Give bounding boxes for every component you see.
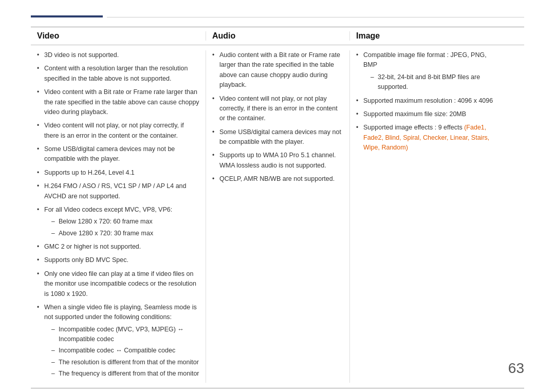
audio-column-content: Audio content with a Bit rate or Frame r…: [206, 50, 349, 383]
list-item: When a single video file is playing, Sea…: [37, 303, 199, 379]
list-item: Supported maximum resolution : 4096 x 40…: [356, 96, 497, 106]
list-item: Only one video file can play at a time i…: [37, 269, 199, 299]
list-item: Audio content with a Bit rate or Frame r…: [212, 50, 343, 90]
image-column-content: Compatible image file format : JPEG, PNG…: [349, 50, 504, 383]
list-item: For all Video codecs except MVC, VP8, VP…: [37, 205, 199, 238]
list-item: Below 1280 x 720: 60 frame max: [51, 217, 199, 227]
audio-list: Audio content with a Bit rate or Frame r…: [212, 50, 343, 184]
list-item: Some USB/digital camera devices may not …: [212, 127, 343, 147]
list-item: The frequency is different from that of …: [51, 369, 199, 379]
page-number: 63: [508, 360, 524, 377]
list-item: Video content with a Bit rate or Frame r…: [37, 87, 199, 117]
list-item: Some USB/digital camera devices may not …: [37, 144, 199, 164]
list-item: Incompatible codec ↔ Compatible codec: [51, 346, 199, 356]
list-item: 32-bit, 24-bit and 8-bit BMP files are s…: [371, 72, 497, 92]
image-list: Compatible image file format : JPEG, PNG…: [356, 50, 497, 153]
list-item: Content with a resolution larger than th…: [37, 64, 199, 84]
list-item: Video content will not play, or not play…: [37, 121, 199, 141]
list-item: Supports up to WMA 10 Pro 5.1 channel. W…: [212, 151, 343, 171]
list-item: Supported image effects : 9 effects (Fad…: [356, 123, 497, 153]
list-item: H.264 FMO / ASO / RS, VC1 SP / MP / AP L…: [37, 181, 199, 201]
content-table: Video Audio Image 3D video is not suppor…: [31, 27, 524, 388]
list-item: QCELP, AMR NB/WB are not supported.: [212, 174, 343, 184]
sub-list: Below 1280 x 720: 60 frame max Above 128…: [44, 217, 199, 238]
video-column-header: Video: [31, 31, 206, 41]
page-container: Video Audio Image 3D video is not suppor…: [0, 0, 555, 392]
list-item: GMC 2 or higher is not supported.: [37, 242, 199, 252]
video-column-content: 3D video is not supported. Content with …: [31, 50, 206, 383]
list-item: Supports only BD MVC Spec.: [37, 255, 199, 265]
sub-list: 32-bit, 24-bit and 8-bit BMP files are s…: [363, 72, 497, 92]
list-item: The resolution is different from that of…: [51, 358, 199, 367]
video-list: 3D video is not supported. Content with …: [37, 50, 199, 379]
list-item: Compatible image file format : JPEG, PNG…: [356, 50, 497, 92]
image-column-header: Image: [349, 31, 504, 41]
list-item: Supported maximum file size: 20MB: [356, 109, 497, 119]
top-bar-divider-line: [107, 17, 524, 17]
table-body: 3D video is not supported. Content with …: [31, 45, 524, 388]
list-item: 3D video is not supported.: [37, 50, 199, 60]
list-item: Video content will not play, or not play…: [212, 94, 343, 124]
table-header-row: Video Audio Image: [31, 27, 524, 45]
audio-column-header: Audio: [206, 31, 349, 41]
list-item: Incompatible codec (MVC, VP3, MJPEG) ↔ I…: [51, 325, 199, 345]
sub-list: Incompatible codec (MVC, VP3, MJPEG) ↔ I…: [44, 325, 199, 379]
list-item: Above 1280 x 720: 30 frame max: [51, 229, 199, 238]
top-bar-accent-line: [31, 15, 103, 17]
list-item: Supports up to H.264, Level 4.1: [37, 168, 199, 178]
effects-list: (Fade1, Fade2, Blind, Spiral, Checker, L…: [363, 124, 489, 151]
top-bar: [31, 0, 524, 17]
